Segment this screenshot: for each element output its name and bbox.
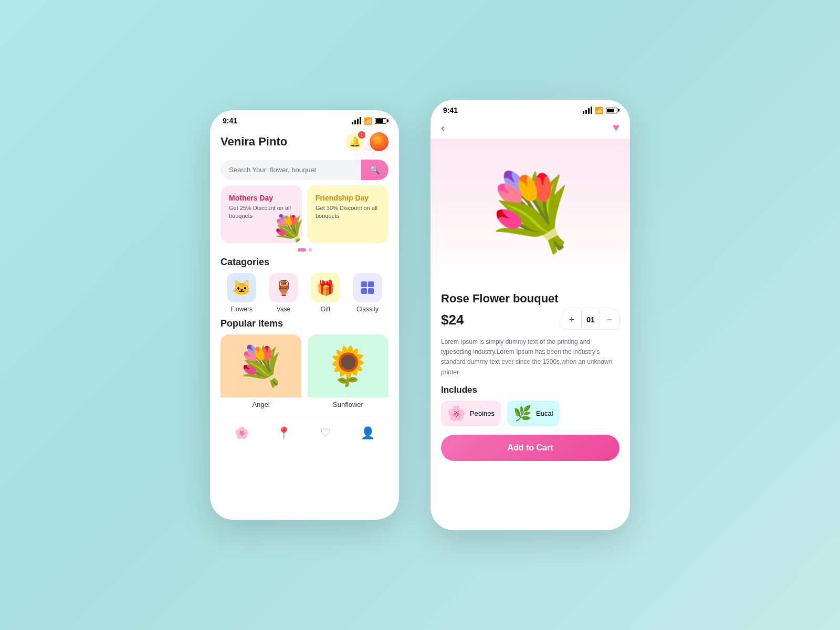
- bell-icon[interactable]: 🔔 1: [345, 132, 364, 151]
- banners-section: Mothers Day Get 25% Discount on all bouq…: [220, 185, 388, 243]
- flowers-icon-box: 🐱: [227, 273, 256, 302]
- eucal-emoji: 🌿: [513, 405, 532, 422]
- vase-label: Vase: [277, 306, 290, 313]
- banner-dots: [210, 248, 399, 251]
- price-qty-row: $24 + 01 −: [441, 310, 620, 330]
- signal-icon-2: [583, 107, 592, 114]
- category-flowers[interactable]: 🐱 Flowers: [227, 273, 256, 313]
- category-classify[interactable]: Classify: [353, 273, 382, 313]
- product-title: Rose Flower bouquet: [441, 292, 620, 306]
- category-vase[interactable]: 🏺 Vase: [269, 273, 298, 313]
- product-details: Rose Flower bouquet $24 + 01 − Lorem Ips…: [430, 292, 630, 465]
- favorite-button[interactable]: ♥: [613, 121, 620, 134]
- svg-rect-0: [361, 281, 367, 287]
- gift-emoji: 🎁: [317, 279, 335, 297]
- phone-2: 9:41 📶 ‹ ♥ 💐 Rose Flower bouquet: [430, 100, 630, 530]
- svg-rect-2: [361, 288, 367, 294]
- classify-icon-box: [353, 273, 382, 302]
- peoines-label: Peoines: [470, 410, 495, 417]
- qty-controls: + 01 −: [562, 310, 620, 330]
- include-eucal[interactable]: 🌿 Eucal: [507, 401, 560, 426]
- dot-1: [298, 248, 306, 251]
- product-image-area: 💐: [430, 139, 630, 286]
- header-row: Venira Pinto 🔔 1: [210, 127, 399, 155]
- product-image: 💐: [485, 169, 576, 256]
- popular-grid: 💐 Angel 🌻 Sunflower: [220, 334, 388, 411]
- time-2: 9:41: [443, 106, 458, 114]
- includes-list: 🌸 Peoines 🌿 Eucal: [441, 401, 620, 426]
- product-price: $24: [441, 312, 464, 328]
- banner-friendship-day[interactable]: Friendship Day Get 30% Discount on all b…: [307, 185, 388, 243]
- sunflower-image: 🌻: [308, 334, 388, 397]
- wifi-icon-2: 📶: [595, 107, 603, 114]
- avatar[interactable]: [370, 132, 388, 151]
- vase-emoji: 🏺: [275, 279, 293, 297]
- angel-label: Angel: [220, 397, 301, 411]
- banner-2-title: Friendship Day: [316, 194, 380, 202]
- banner-2-desc: Get 30% Discount on all bouquets: [316, 204, 380, 220]
- nav-home[interactable]: 🌸: [231, 423, 252, 444]
- eucal-label: Eucal: [536, 410, 553, 417]
- flowers-label: Flowers: [230, 306, 253, 313]
- classify-icon: [360, 280, 375, 295]
- nav-location[interactable]: 📍: [273, 423, 294, 444]
- notification-badge: 1: [358, 131, 365, 139]
- battery-icon: [375, 118, 386, 124]
- svg-rect-1: [368, 281, 374, 287]
- signal-icon: [352, 117, 361, 124]
- peoines-emoji: 🌸: [447, 405, 466, 422]
- back-button[interactable]: ‹: [441, 122, 445, 134]
- add-to-cart-button[interactable]: Add to Cart: [441, 435, 620, 461]
- includes-title: Includes: [441, 385, 620, 395]
- banner-1-flower: 💐: [264, 198, 302, 243]
- time-1: 9:41: [223, 117, 237, 125]
- search-button[interactable]: 🔍: [361, 160, 388, 180]
- header-icons: 🔔 1: [345, 132, 388, 151]
- sunflower-label: Sunflower: [308, 397, 388, 411]
- qty-display: 01: [581, 310, 600, 329]
- popular-card-sunflower[interactable]: 🌻 Sunflower: [308, 334, 388, 411]
- gift-label: Gift: [321, 306, 331, 313]
- wifi-icon: 📶: [364, 117, 372, 125]
- status-bar-1: 9:41 📶: [210, 110, 399, 127]
- search-bar: 🔍: [220, 160, 388, 180]
- nav-favorites[interactable]: ♡: [315, 423, 336, 444]
- flowers-emoji: 🐱: [233, 279, 251, 297]
- gift-icon-box: 🎁: [311, 273, 340, 302]
- categories-title: Catagories: [220, 257, 388, 268]
- qty-decrease-button[interactable]: −: [600, 310, 619, 329]
- battery-icon-2: [606, 108, 617, 113]
- qty-increase-button[interactable]: +: [562, 310, 581, 329]
- categories-grid: 🐱 Flowers 🏺 Vase 🎁 Gift: [220, 273, 388, 313]
- nav-profile[interactable]: 👤: [357, 423, 378, 444]
- banner-mothers-day[interactable]: Mothers Day Get 25% Discount on all bouq…: [220, 185, 302, 243]
- status-icons-2: 📶: [583, 107, 617, 114]
- search-input[interactable]: [220, 161, 361, 179]
- dot-2: [309, 248, 312, 251]
- status-bar-2: 9:41 📶: [430, 100, 630, 117]
- user-name: Venira Pinto: [220, 135, 287, 149]
- popular-card-angel[interactable]: 💐 Angel: [220, 334, 301, 411]
- phone-1: 🌸 9:41 📶 Venira Pinto 🔔 1: [210, 110, 399, 520]
- classify-label: Classify: [356, 306, 379, 313]
- vase-icon-box: 🏺: [269, 273, 298, 302]
- status-icons-1: 📶: [352, 117, 386, 125]
- angel-image: 💐: [220, 334, 301, 397]
- detail-header: ‹ ♥: [430, 117, 630, 139]
- svg-rect-3: [368, 288, 374, 294]
- category-gift[interactable]: 🎁 Gift: [311, 273, 340, 313]
- include-peoines[interactable]: 🌸 Peoines: [441, 401, 501, 426]
- popular-title: Popular items: [220, 318, 388, 329]
- bottom-nav: 🌸 📍 ♡ 👤: [210, 416, 399, 450]
- product-description: Lorem Ipsum is simply dummy text of the …: [441, 337, 620, 377]
